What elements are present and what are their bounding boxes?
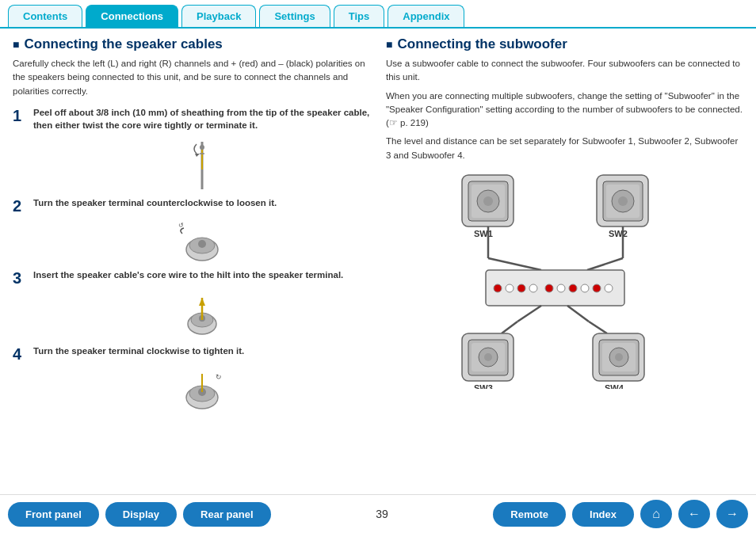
svg-line-34 bbox=[587, 258, 623, 270]
svg-point-38 bbox=[517, 284, 525, 292]
step-2-content: Turn the speaker terminal counterclockwi… bbox=[33, 196, 370, 209]
tab-contents[interactable]: Contents bbox=[8, 5, 82, 27]
left-section-title: Connecting the speaker cables bbox=[13, 36, 370, 52]
subwoofer-diagram: SW1 SW2 bbox=[386, 167, 743, 389]
svg-point-45 bbox=[605, 284, 613, 292]
right-desc-2: When you are connecting multiple subwoof… bbox=[386, 89, 743, 131]
step-2-text: Turn the speaker terminal counterclockwi… bbox=[33, 196, 370, 209]
subwoofer-svg: SW1 SW2 bbox=[438, 167, 692, 389]
right-section-title: Connecting the subwoofer bbox=[386, 36, 743, 52]
svg-point-54 bbox=[484, 353, 492, 361]
svg-point-29 bbox=[618, 196, 628, 206]
svg-point-37 bbox=[506, 284, 514, 292]
remote-button[interactable]: Remote bbox=[493, 502, 566, 527]
page-number: 39 bbox=[277, 508, 487, 520]
step-2-image: ↺ bbox=[33, 222, 370, 265]
step-2-illustration: ↺ bbox=[174, 222, 230, 265]
step-4-content: Turn the speaker terminal clockwise to t… bbox=[33, 345, 370, 357]
left-column: Connecting the speaker cables Carefully … bbox=[13, 36, 370, 486]
left-section-description: Carefully check the left (L) and right (… bbox=[13, 57, 370, 98]
step-1-content: Peel off about 3/8 inch (10 mm) of sheat… bbox=[33, 106, 370, 131]
svg-line-49 bbox=[589, 322, 607, 333]
step-4-image: ↻ bbox=[33, 370, 370, 413]
tab-appendix[interactable]: Appendix bbox=[388, 5, 464, 27]
home-button[interactable]: ⌂ bbox=[640, 500, 672, 528]
step-1-number: 1 bbox=[13, 106, 27, 125]
svg-line-48 bbox=[567, 306, 589, 322]
step-2: 2 Turn the speaker terminal counterclock… bbox=[13, 196, 370, 215]
svg-text:SW2: SW2 bbox=[609, 229, 628, 238]
svg-line-47 bbox=[502, 322, 517, 333]
step-4-illustration: ↻ bbox=[174, 370, 230, 413]
svg-line-46 bbox=[517, 306, 541, 322]
front-panel-button[interactable]: Front panel bbox=[8, 502, 99, 527]
svg-point-42 bbox=[569, 284, 577, 292]
tab-connections[interactable]: Connections bbox=[86, 5, 178, 27]
index-button[interactable]: Index bbox=[572, 502, 634, 527]
right-column: Connecting the subwoofer Use a subwoofer… bbox=[386, 36, 743, 486]
step-4-text: Turn the speaker terminal clockwise to t… bbox=[33, 345, 370, 357]
step-1-image bbox=[33, 138, 370, 193]
step-3: 3 Insert the speaker cable's core wire t… bbox=[13, 268, 370, 287]
step-1-illustration bbox=[182, 138, 222, 193]
svg-point-39 bbox=[529, 284, 537, 292]
step-3-text: Insert the speaker cable's core wire to … bbox=[33, 268, 370, 281]
svg-text:↺: ↺ bbox=[178, 222, 184, 229]
forward-button[interactable]: → bbox=[716, 500, 748, 528]
svg-point-41 bbox=[557, 284, 565, 292]
step-3-illustration bbox=[178, 294, 226, 341]
nav-tabs: Contents Connections Playback Settings T… bbox=[0, 0, 756, 29]
svg-point-43 bbox=[581, 284, 589, 292]
rear-panel-button[interactable]: Rear panel bbox=[183, 502, 270, 527]
svg-point-3 bbox=[200, 145, 204, 150]
step-3-number: 3 bbox=[13, 268, 27, 287]
svg-text:SW3: SW3 bbox=[474, 383, 493, 389]
right-desc-1: Use a subwoofer cable to connect the sub… bbox=[386, 57, 743, 85]
svg-text:↻: ↻ bbox=[216, 373, 222, 381]
step-2-number: 2 bbox=[13, 196, 27, 215]
back-button[interactable]: ← bbox=[678, 500, 710, 528]
main-content: Connecting the speaker cables Carefully … bbox=[0, 29, 756, 494]
step-4: 4 Turn the speaker terminal clockwise to… bbox=[13, 345, 370, 364]
svg-line-32 bbox=[488, 258, 541, 270]
step-3-image bbox=[33, 294, 370, 341]
tab-playback[interactable]: Playback bbox=[181, 5, 256, 27]
svg-point-23 bbox=[483, 196, 493, 206]
step-1-text: Peel off about 3/8 inch (10 mm) of sheat… bbox=[33, 106, 370, 131]
svg-marker-13 bbox=[199, 298, 205, 306]
bottom-nav: Front panel Display Rear panel 39 Remote… bbox=[0, 494, 756, 533]
svg-point-7 bbox=[198, 240, 206, 248]
svg-point-36 bbox=[494, 284, 502, 292]
right-desc-3: The level and distance can be set separa… bbox=[386, 135, 743, 162]
step-3-content: Insert the speaker cable's core wire to … bbox=[33, 268, 370, 281]
tab-tips[interactable]: Tips bbox=[334, 5, 385, 27]
svg-text:SW1: SW1 bbox=[474, 229, 493, 238]
step-1: 1 Peel off about 3/8 inch (10 mm) of she… bbox=[13, 106, 370, 131]
step-4-number: 4 bbox=[13, 345, 27, 364]
svg-point-40 bbox=[545, 284, 553, 292]
svg-text:SW4: SW4 bbox=[605, 383, 624, 389]
svg-point-60 bbox=[615, 353, 623, 361]
svg-point-44 bbox=[593, 284, 601, 292]
svg-marker-4 bbox=[195, 154, 200, 157]
display-button[interactable]: Display bbox=[105, 502, 177, 527]
tab-settings[interactable]: Settings bbox=[259, 5, 330, 27]
